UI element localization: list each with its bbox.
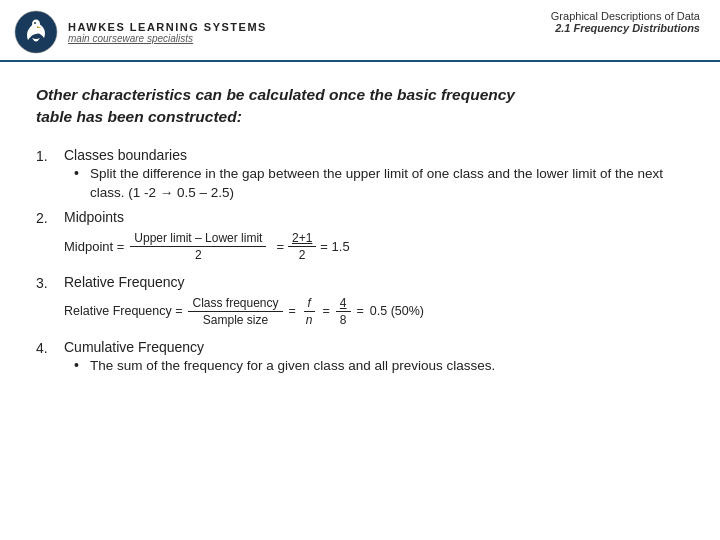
- intro-line1: Other characteristics can be calculated …: [36, 86, 515, 103]
- header-right: Graphical Descriptions of Data 2.1 Frequ…: [551, 10, 700, 34]
- rel-freq-eq2: =: [323, 304, 330, 318]
- rel-freq-f: f: [304, 296, 315, 312]
- item-1-bullet-row: • Split the difference in the gap betwee…: [74, 165, 684, 203]
- company-tagline: main courseware specialists: [68, 33, 267, 44]
- item-1-bullet-text: Split the difference in the gap between …: [90, 165, 684, 203]
- header-left: HAWKES LEARNING SYSTEMS main courseware …: [14, 10, 267, 54]
- midpoint-label: Midpoint =: [64, 239, 124, 254]
- midpoint-result-fraction: 2+1 2: [288, 231, 316, 262]
- midpoint-res-num: 2+1: [288, 231, 316, 247]
- company-name: HAWKES LEARNING SYSTEMS: [68, 21, 267, 33]
- rel-freq-formula: Relative Frequency = Class frequency Sam…: [64, 296, 424, 327]
- item-3-label: Relative Frequency: [64, 274, 684, 290]
- item-1-label: Classes boundaries: [64, 147, 684, 163]
- list-item-3: 3. Relative Frequency Relative Frequency…: [36, 274, 684, 333]
- item-3-content: Relative Frequency Relative Frequency = …: [64, 274, 684, 333]
- bullet-icon-4: •: [74, 357, 90, 373]
- list-item-4: 4. Cumulative Frequency • The sum of the…: [36, 339, 684, 376]
- midpoint-fraction: Upper limit – Lower limit 2: [130, 231, 266, 262]
- item-4-bullet-row: • The sum of the frequency for a given c…: [74, 357, 684, 376]
- bullet-icon-1: •: [74, 165, 90, 181]
- midpoint-formula-row: Midpoint = Upper limit – Lower limit 2 =…: [64, 231, 684, 262]
- rel-freq-fn-fraction: f n: [302, 296, 317, 327]
- rel-freq-numerator: Class frequency: [188, 296, 282, 312]
- rel-freq-val-den: 8: [336, 312, 351, 327]
- intro-text: Other characteristics can be calculated …: [36, 84, 684, 129]
- intro-line2: table has been constructed:: [36, 108, 242, 125]
- list-item-1: 1. Classes boundaries • Split the differ…: [36, 147, 684, 203]
- midpoint-numerator: Upper limit – Lower limit: [130, 231, 266, 247]
- header-right-sub: 2.1 Frequency Distributions: [551, 22, 700, 34]
- item-1-number: 1.: [36, 147, 64, 164]
- item-4-content: Cumulative Frequency • The sum of the fr…: [64, 339, 684, 376]
- rel-freq-formula-row: Relative Frequency = Class frequency Sam…: [64, 296, 684, 327]
- rel-freq-final: 0.5 (50%): [370, 304, 424, 318]
- item-1-content: Classes boundaries • Split the differenc…: [64, 147, 684, 203]
- item-3-number: 3.: [36, 274, 64, 291]
- rel-freq-denominator: Sample size: [199, 312, 272, 327]
- item-2-content: Midpoints Midpoint = Upper limit – Lower…: [64, 209, 684, 268]
- rel-freq-n: n: [302, 312, 317, 327]
- list-item-2: 2. Midpoints Midpoint = Upper limit – Lo…: [36, 209, 684, 268]
- main-content: Other characteristics can be calculated …: [0, 62, 720, 406]
- midpoint-final: = 1.5: [320, 239, 349, 254]
- item-4-number: 4.: [36, 339, 64, 356]
- logo-icon: [14, 10, 58, 54]
- rel-freq-label: Relative Frequency =: [64, 304, 182, 318]
- header-text-left: HAWKES LEARNING SYSTEMS main courseware …: [68, 21, 267, 44]
- rel-freq-eq3: =: [357, 304, 364, 318]
- midpoint-denominator: 2: [191, 247, 206, 262]
- midpoint-formula: Midpoint = Upper limit – Lower limit 2: [64, 231, 266, 262]
- header: HAWKES LEARNING SYSTEMS main courseware …: [0, 0, 720, 62]
- item-2-label: Midpoints: [64, 209, 684, 225]
- item-2-number: 2.: [36, 209, 64, 226]
- header-right-title: Graphical Descriptions of Data: [551, 10, 700, 22]
- rel-freq-eq1: =: [289, 304, 296, 318]
- rel-freq-fraction: Class frequency Sample size: [188, 296, 282, 327]
- midpoint-res-den: 2: [295, 247, 310, 262]
- svg-point-2: [34, 22, 36, 24]
- rel-freq-val-num: 4: [336, 296, 351, 312]
- item-4-bullet-text: The sum of the frequency for a given cla…: [90, 357, 495, 376]
- midpoint-result: = 2+1 2 = 1.5: [276, 231, 349, 262]
- rel-freq-val-fraction: 4 8: [336, 296, 351, 327]
- midpoint-eq1: =: [276, 239, 284, 254]
- item-4-label: Cumulative Frequency: [64, 339, 684, 355]
